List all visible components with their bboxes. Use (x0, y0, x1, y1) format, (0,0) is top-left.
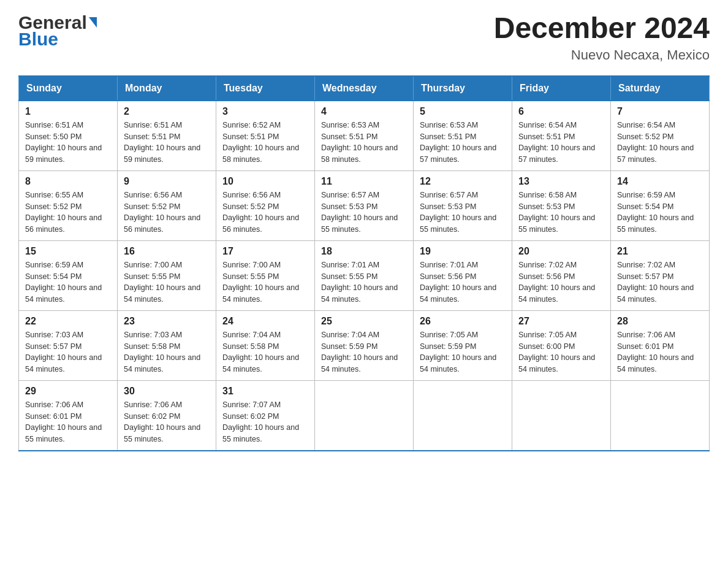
day-number: 14 (617, 176, 703, 187)
table-row: 16 Sunrise: 7:00 AM Sunset: 5:55 PM Dayl… (118, 240, 216, 310)
day-number: 25 (321, 316, 407, 327)
logo: General Blue (18, 12, 97, 50)
header-wednesday: Wednesday (315, 76, 414, 101)
day-number: 29 (25, 386, 111, 397)
table-row (512, 380, 611, 451)
day-number: 22 (25, 316, 111, 327)
table-row: 28 Sunrise: 7:06 AM Sunset: 6:01 PM Dayl… (611, 310, 710, 380)
day-number: 15 (25, 246, 111, 257)
day-info: Sunrise: 7:05 AM Sunset: 5:59 PM Dayligh… (420, 329, 506, 375)
day-info: Sunrise: 7:04 AM Sunset: 5:58 PM Dayligh… (222, 329, 308, 375)
day-number: 10 (222, 176, 308, 187)
table-row: 1 Sunrise: 6:51 AM Sunset: 5:50 PM Dayli… (19, 101, 118, 171)
day-info: Sunrise: 6:57 AM Sunset: 5:53 PM Dayligh… (420, 190, 506, 236)
table-row: 17 Sunrise: 7:00 AM Sunset: 5:55 PM Dayl… (216, 240, 315, 310)
day-number: 13 (518, 176, 604, 187)
day-number: 9 (124, 176, 210, 187)
day-number: 1 (25, 106, 111, 117)
day-info: Sunrise: 6:51 AM Sunset: 5:50 PM Dayligh… (25, 120, 111, 166)
day-info: Sunrise: 6:56 AM Sunset: 5:52 PM Dayligh… (124, 190, 210, 236)
day-number: 23 (124, 316, 210, 327)
day-number: 17 (222, 246, 308, 257)
table-row: 15 Sunrise: 6:59 AM Sunset: 5:54 PM Dayl… (19, 240, 118, 310)
day-info: Sunrise: 7:02 AM Sunset: 5:56 PM Dayligh… (518, 259, 604, 305)
day-info: Sunrise: 7:06 AM Sunset: 6:01 PM Dayligh… (617, 329, 703, 375)
table-row: 11 Sunrise: 6:57 AM Sunset: 5:53 PM Dayl… (315, 170, 414, 240)
day-number: 31 (222, 386, 308, 397)
day-number: 12 (420, 176, 506, 187)
day-number: 3 (222, 106, 308, 117)
table-row (414, 380, 512, 451)
page-header: General Blue December 2024 Nuevo Necaxa,… (18, 12, 710, 63)
day-info: Sunrise: 7:06 AM Sunset: 6:01 PM Dayligh… (25, 399, 111, 445)
day-info: Sunrise: 7:06 AM Sunset: 6:02 PM Dayligh… (124, 399, 210, 445)
day-info: Sunrise: 6:51 AM Sunset: 5:51 PM Dayligh… (124, 120, 210, 166)
header-monday: Monday (118, 76, 216, 101)
day-number: 16 (124, 246, 210, 257)
table-row (315, 380, 414, 451)
day-number: 27 (518, 316, 604, 327)
table-row: 12 Sunrise: 6:57 AM Sunset: 5:53 PM Dayl… (414, 170, 512, 240)
title-section: December 2024 Nuevo Necaxa, Mexico (494, 12, 710, 63)
table-row: 19 Sunrise: 7:01 AM Sunset: 5:56 PM Dayl… (414, 240, 512, 310)
table-row: 31 Sunrise: 7:07 AM Sunset: 6:02 PM Dayl… (216, 380, 315, 451)
table-row: 23 Sunrise: 7:03 AM Sunset: 5:58 PM Dayl… (118, 310, 216, 380)
header-sunday: Sunday (19, 76, 118, 101)
day-info: Sunrise: 6:52 AM Sunset: 5:51 PM Dayligh… (222, 120, 308, 166)
day-number: 2 (124, 106, 210, 117)
day-number: 18 (321, 246, 407, 257)
table-row: 6 Sunrise: 6:54 AM Sunset: 5:51 PM Dayli… (512, 101, 611, 171)
table-row: 9 Sunrise: 6:56 AM Sunset: 5:52 PM Dayli… (118, 170, 216, 240)
logo-triangle-icon (89, 17, 97, 28)
header-tuesday: Tuesday (216, 76, 315, 101)
table-row: 26 Sunrise: 7:05 AM Sunset: 5:59 PM Dayl… (414, 310, 512, 380)
calendar-week-row: 8 Sunrise: 6:55 AM Sunset: 5:52 PM Dayli… (19, 170, 710, 240)
day-info: Sunrise: 6:55 AM Sunset: 5:52 PM Dayligh… (25, 190, 111, 236)
day-info: Sunrise: 7:03 AM Sunset: 5:57 PM Dayligh… (25, 329, 111, 375)
table-row: 20 Sunrise: 7:02 AM Sunset: 5:56 PM Dayl… (512, 240, 611, 310)
day-info: Sunrise: 7:00 AM Sunset: 5:55 PM Dayligh… (124, 259, 210, 305)
day-number: 6 (518, 106, 604, 117)
day-info: Sunrise: 6:54 AM Sunset: 5:51 PM Dayligh… (518, 120, 604, 166)
day-info: Sunrise: 7:01 AM Sunset: 5:56 PM Dayligh… (420, 259, 506, 305)
day-number: 21 (617, 246, 703, 257)
table-row (611, 380, 710, 451)
table-row: 8 Sunrise: 6:55 AM Sunset: 5:52 PM Dayli… (19, 170, 118, 240)
day-info: Sunrise: 7:03 AM Sunset: 5:58 PM Dayligh… (124, 329, 210, 375)
calendar-title: December 2024 (494, 12, 710, 45)
table-row: 3 Sunrise: 6:52 AM Sunset: 5:51 PM Dayli… (216, 101, 315, 171)
day-number: 28 (617, 316, 703, 327)
day-number: 19 (420, 246, 506, 257)
day-info: Sunrise: 6:56 AM Sunset: 5:52 PM Dayligh… (222, 190, 308, 236)
table-row: 29 Sunrise: 7:06 AM Sunset: 6:01 PM Dayl… (19, 380, 118, 451)
day-info: Sunrise: 7:01 AM Sunset: 5:55 PM Dayligh… (321, 259, 407, 305)
header-saturday: Saturday (611, 76, 710, 101)
table-row: 25 Sunrise: 7:04 AM Sunset: 5:59 PM Dayl… (315, 310, 414, 380)
calendar-week-row: 22 Sunrise: 7:03 AM Sunset: 5:57 PM Dayl… (19, 310, 710, 380)
calendar-week-row: 1 Sunrise: 6:51 AM Sunset: 5:50 PM Dayli… (19, 101, 710, 171)
day-number: 26 (420, 316, 506, 327)
table-row: 13 Sunrise: 6:58 AM Sunset: 5:53 PM Dayl… (512, 170, 611, 240)
day-info: Sunrise: 7:05 AM Sunset: 6:00 PM Dayligh… (518, 329, 604, 375)
day-info: Sunrise: 6:53 AM Sunset: 5:51 PM Dayligh… (420, 120, 506, 166)
day-number: 8 (25, 176, 111, 187)
day-number: 4 (321, 106, 407, 117)
calendar-week-row: 29 Sunrise: 7:06 AM Sunset: 6:01 PM Dayl… (19, 380, 710, 451)
day-number: 30 (124, 386, 210, 397)
table-row: 22 Sunrise: 7:03 AM Sunset: 5:57 PM Dayl… (19, 310, 118, 380)
day-number: 20 (518, 246, 604, 257)
calendar-location: Nuevo Necaxa, Mexico (494, 47, 710, 63)
table-row: 30 Sunrise: 7:06 AM Sunset: 6:02 PM Dayl… (118, 380, 216, 451)
table-row: 18 Sunrise: 7:01 AM Sunset: 5:55 PM Dayl… (315, 240, 414, 310)
calendar-week-row: 15 Sunrise: 6:59 AM Sunset: 5:54 PM Dayl… (19, 240, 710, 310)
day-info: Sunrise: 6:59 AM Sunset: 5:54 PM Dayligh… (617, 190, 703, 236)
calendar-header-row: Sunday Monday Tuesday Wednesday Thursday… (19, 76, 710, 101)
day-info: Sunrise: 6:58 AM Sunset: 5:53 PM Dayligh… (518, 190, 604, 236)
calendar-table: Sunday Monday Tuesday Wednesday Thursday… (18, 75, 710, 451)
header-thursday: Thursday (414, 76, 512, 101)
table-row: 27 Sunrise: 7:05 AM Sunset: 6:00 PM Dayl… (512, 310, 611, 380)
day-number: 5 (420, 106, 506, 117)
day-info: Sunrise: 6:57 AM Sunset: 5:53 PM Dayligh… (321, 190, 407, 236)
day-info: Sunrise: 7:02 AM Sunset: 5:57 PM Dayligh… (617, 259, 703, 305)
day-number: 11 (321, 176, 407, 187)
